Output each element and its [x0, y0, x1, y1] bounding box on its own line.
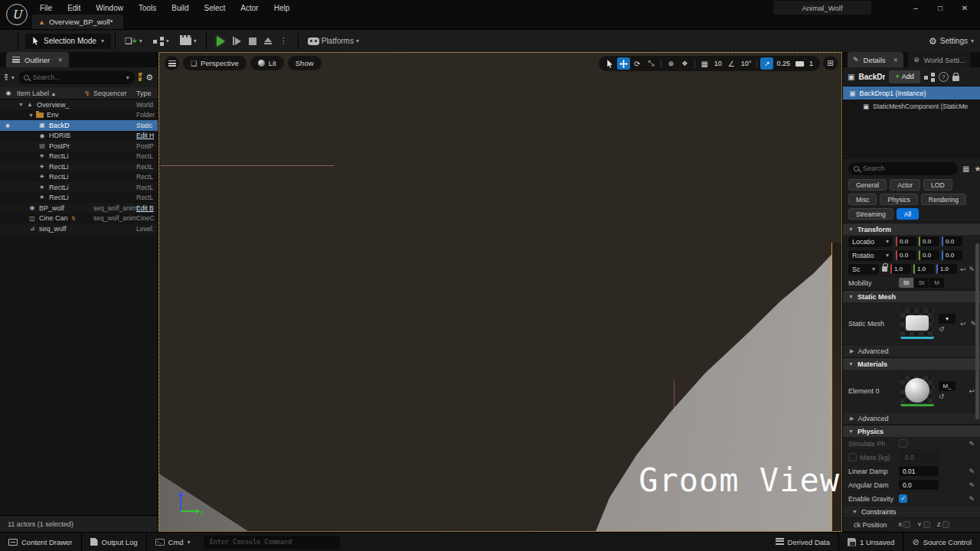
- selection-mode-dropdown[interactable]: Selection Mode ▾: [25, 34, 111, 49]
- mass-override-checkbox[interactable]: [848, 453, 857, 461]
- material-thumbnail[interactable]: [900, 376, 934, 406]
- level-viewport[interactable]: ❑ Perspective Lit Show ⟳ ⤡ ⊕ ❖ ▦ 10 ∠ 10…: [158, 52, 842, 532]
- filter-streaming[interactable]: Streaming: [848, 208, 893, 220]
- filter-physics[interactable]: Physics: [880, 194, 917, 205]
- gear-icon[interactable]: ⚙: [145, 73, 153, 83]
- cmd-dropdown[interactable]: >_ Cmd ▾: [147, 533, 199, 551]
- level-tab[interactable]: ▲ Overview_BP_wolf*: [32, 15, 123, 29]
- lock-position-y-checkbox[interactable]: [923, 521, 930, 528]
- override-brush-icon[interactable]: ✎: [969, 266, 975, 273]
- override-brush-icon[interactable]: ✎: [969, 468, 975, 475]
- mobility-stationary[interactable]: St: [914, 278, 929, 288]
- outliner-row[interactable]: ▼EnvFolder: [0, 110, 158, 121]
- outliner-row[interactable]: ✳RectLiRectL: [0, 193, 158, 204]
- grid-snap-value[interactable]: 10: [712, 60, 724, 67]
- menu-tools[interactable]: Tools: [131, 4, 164, 12]
- blueprint-icon[interactable]: [924, 73, 935, 81]
- outliner-row[interactable]: ✳RectLiRectL: [0, 172, 158, 183]
- console-command-input[interactable]: [204, 536, 340, 549]
- scale-x[interactable]: 1.0: [890, 264, 911, 274]
- mobility-static[interactable]: St: [899, 278, 914, 288]
- show-dropdown[interactable]: Show: [288, 56, 322, 70]
- eject-button[interactable]: [264, 37, 272, 44]
- cinematics-button[interactable]: ▾: [175, 37, 202, 45]
- section-materials[interactable]: ▼ Materials: [843, 357, 980, 370]
- outliner-row[interactable]: ◉HDRIBEdit H: [0, 131, 158, 142]
- menu-help[interactable]: Help: [266, 4, 298, 12]
- tab-outliner[interactable]: Outliner ✕: [6, 52, 69, 67]
- outliner-row[interactable]: ✳RectLiRectL: [0, 161, 158, 172]
- add-component-button[interactable]: + Add: [889, 70, 920, 83]
- select-tool[interactable]: [603, 57, 616, 70]
- mass-value[interactable]: 0.0: [901, 452, 941, 462]
- rotation-snap-toggle[interactable]: ∠: [725, 57, 738, 70]
- tab-world-settings[interactable]: ⊕ World Setti...: [908, 52, 971, 67]
- scale-dropdown[interactable]: Sc▾: [848, 264, 879, 275]
- output-log-button[interactable]: Output Log: [82, 533, 147, 551]
- view-mode-dropdown[interactable]: Lit: [250, 56, 284, 70]
- chevron-down-icon[interactable]: ▾: [126, 74, 129, 81]
- lock-position-x-checkbox[interactable]: [903, 521, 910, 528]
- rotation-y[interactable]: 0.0: [919, 250, 939, 260]
- favorites-icon[interactable]: ★: [974, 165, 980, 173]
- new-folder-icon[interactable]: [139, 74, 142, 81]
- material-asset-chip[interactable]: M_: [939, 381, 956, 391]
- outliner-row[interactable]: ◫Cine Can↯seq_wolf_animCineC: [0, 214, 158, 224]
- frame-skip-button[interactable]: [233, 37, 241, 45]
- rotation-x[interactable]: 0.0: [896, 250, 916, 260]
- maximize-viewport-button[interactable]: ⊞: [823, 56, 838, 70]
- browse-to-asset-icon[interactable]: ↺: [939, 393, 945, 400]
- scale-z[interactable]: 1.0: [936, 264, 957, 274]
- move-tool[interactable]: [617, 57, 630, 70]
- simulate-physics-checkbox[interactable]: [899, 439, 907, 448]
- location-x[interactable]: 0.0: [896, 236, 916, 246]
- surface-snap-button[interactable]: ❖: [678, 57, 691, 70]
- details-scrollbar[interactable]: [975, 243, 979, 419]
- lock-icon[interactable]: [952, 76, 959, 81]
- play-options-button[interactable]: ⋮: [279, 36, 288, 46]
- outliner-row[interactable]: ⊿seq_wolfLevel:: [0, 223, 158, 234]
- menu-edit[interactable]: Edit: [60, 4, 88, 12]
- scale-snap-value[interactable]: 0.25: [774, 60, 792, 67]
- details-search[interactable]: [848, 162, 958, 175]
- mobility-movable[interactable]: M: [929, 278, 945, 288]
- filter-general[interactable]: General: [848, 179, 887, 191]
- outliner-row[interactable]: ▤PostPrPostP: [0, 141, 158, 152]
- expand-arrow-icon[interactable]: ▼: [18, 102, 24, 107]
- details-search-input[interactable]: [863, 165, 952, 172]
- chevron-down-icon[interactable]: ▾: [11, 74, 15, 81]
- outliner-row[interactable]: ◉▣BackDStatic: [0, 120, 158, 131]
- revert-icon[interactable]: ↩: [960, 320, 966, 328]
- stop-button[interactable]: [249, 37, 256, 45]
- camera-speed-button[interactable]: [793, 57, 806, 70]
- rotate-tool[interactable]: ⟳: [631, 57, 644, 70]
- viewport-options-button[interactable]: [165, 56, 179, 70]
- menu-window[interactable]: Window: [88, 4, 131, 12]
- outliner-row[interactable]: ◉BP_wolfseq_wolf_animEdit B: [0, 203, 158, 214]
- static-mesh-thumbnail[interactable]: [900, 308, 934, 339]
- close-icon[interactable]: ✕: [57, 57, 63, 64]
- menu-build[interactable]: Build: [164, 4, 196, 12]
- expand-arrow-icon[interactable]: ▼: [28, 112, 34, 118]
- revert-icon[interactable]: ↩: [960, 266, 966, 273]
- unsaved-button[interactable]: 1 Unsaved: [839, 533, 903, 551]
- location-z[interactable]: 0.0: [942, 236, 962, 246]
- outliner-search-input[interactable]: [33, 73, 122, 81]
- override-brush-icon[interactable]: ✎: [969, 481, 975, 489]
- menu-file[interactable]: File: [32, 4, 60, 12]
- coordinate-system-button[interactable]: ⊕: [665, 57, 678, 70]
- scale-tool[interactable]: ⤡: [645, 57, 658, 70]
- component-row[interactable]: ▣ StaticMeshComponent (StaticMe: [843, 99, 980, 112]
- settings-dropdown[interactable]: ⚙ Settings ▾: [929, 36, 974, 47]
- menu-select[interactable]: Select: [197, 4, 234, 12]
- filter-all[interactable]: All: [897, 208, 919, 220]
- browse-to-asset-icon[interactable]: ↺: [939, 325, 945, 333]
- override-brush-icon[interactable]: ✎: [969, 495, 975, 503]
- filter-icon[interactable]: [5, 74, 8, 80]
- column-type[interactable]: Type: [136, 90, 158, 97]
- outliner-search[interactable]: ▾: [18, 71, 135, 84]
- angular-damping-value[interactable]: 0.0: [899, 480, 939, 490]
- play-button[interactable]: [217, 36, 225, 47]
- grid-snap-toggle[interactable]: ▦: [698, 57, 711, 70]
- tab-details[interactable]: ✎ Details ✕: [848, 52, 903, 67]
